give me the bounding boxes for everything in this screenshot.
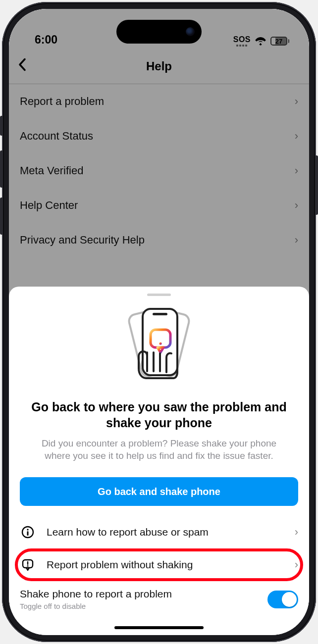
report-bubble-icon <box>20 558 36 571</box>
menu-item-label: Account Status <box>20 130 93 143</box>
shake-report-toggle[interactable] <box>267 591 298 608</box>
signal-dots-icon <box>236 45 247 47</box>
report-without-shaking-row[interactable]: Report problem without shaking › <box>9 548 309 581</box>
chevron-right-icon: › <box>295 526 298 539</box>
shake-phone-illustration-icon <box>9 304 309 388</box>
go-back-shake-button[interactable]: Go back and shake phone <box>20 477 298 506</box>
volume-up-button <box>0 150 3 188</box>
chevron-right-icon: › <box>295 95 298 108</box>
side-buttons-right <box>315 155 318 215</box>
wifi-icon <box>255 37 266 46</box>
menu-item-privacy-security[interactable]: Privacy and Security Help › <box>9 223 309 257</box>
shake-toggle-row: Shake phone to report a problem Toggle o… <box>9 581 309 610</box>
sheet-subtitle: Did you encounter a problem? Please shak… <box>9 437 309 462</box>
phone-frame: 6:00 SOS 27 <box>2 2 316 642</box>
toggle-label: Shake phone to report a problem <box>20 588 172 600</box>
battery-indicator: 27 <box>270 37 289 46</box>
front-camera-icon <box>186 27 195 36</box>
menu-item-meta-verified[interactable]: Meta Verified › <box>9 153 309 188</box>
row-label: Report problem without shaking <box>47 559 295 571</box>
dynamic-island <box>116 20 202 44</box>
sheet-title: Go back to where you saw the problem and… <box>9 399 309 431</box>
report-problem-sheet: Go back to where you saw the problem and… <box>9 287 309 635</box>
chevron-right-icon: › <box>295 130 298 143</box>
row-label: Learn how to report abuse or spam <box>47 526 295 538</box>
menu-item-label: Help Center <box>20 199 78 212</box>
status-time: 6:00 <box>35 33 57 47</box>
menu-item-report-problem[interactable]: Report a problem › <box>9 84 309 119</box>
primary-button-label: Go back and shake phone <box>98 486 220 497</box>
toggle-hint: Toggle off to disable <box>20 602 172 610</box>
volume-down-button <box>0 198 3 235</box>
chevron-right-icon: › <box>295 199 298 212</box>
svg-point-6 <box>159 342 161 345</box>
home-indicator[interactable] <box>114 626 204 629</box>
nav-header: Help <box>9 49 309 84</box>
side-buttons-left <box>0 116 3 245</box>
help-menu-list: Report a problem › Account Status › Meta… <box>9 84 309 257</box>
menu-item-account-status[interactable]: Account Status › <box>9 119 309 153</box>
menu-item-label: Meta Verified <box>20 164 83 177</box>
chevron-right-icon: › <box>295 164 298 177</box>
chevron-right-icon: › <box>295 234 298 247</box>
svg-rect-9 <box>27 531 29 536</box>
svg-point-8 <box>27 529 28 530</box>
battery-percent: 27 <box>271 38 286 45</box>
sheet-grabber[interactable] <box>147 294 171 296</box>
svg-rect-3 <box>153 313 167 315</box>
menu-item-label: Privacy and Security Help <box>20 234 145 247</box>
menu-item-label: Report a problem <box>20 95 104 108</box>
status-icons: SOS 27 <box>233 36 289 47</box>
svg-point-12 <box>27 565 29 567</box>
menu-item-help-center[interactable]: Help Center › <box>9 188 309 223</box>
power-button <box>315 155 318 215</box>
learn-report-abuse-row[interactable]: Learn how to report abuse or spam › <box>9 516 309 548</box>
screen: 6:00 SOS 27 <box>9 9 309 635</box>
switch-knob-icon <box>282 592 297 607</box>
silence-switch <box>0 116 3 136</box>
chevron-right-icon: › <box>295 558 298 571</box>
back-button[interactable] <box>18 57 27 75</box>
sos-label: SOS <box>233 36 251 44</box>
sos-indicator: SOS <box>233 36 251 47</box>
page-title: Help <box>146 59 172 73</box>
info-icon <box>20 526 36 539</box>
